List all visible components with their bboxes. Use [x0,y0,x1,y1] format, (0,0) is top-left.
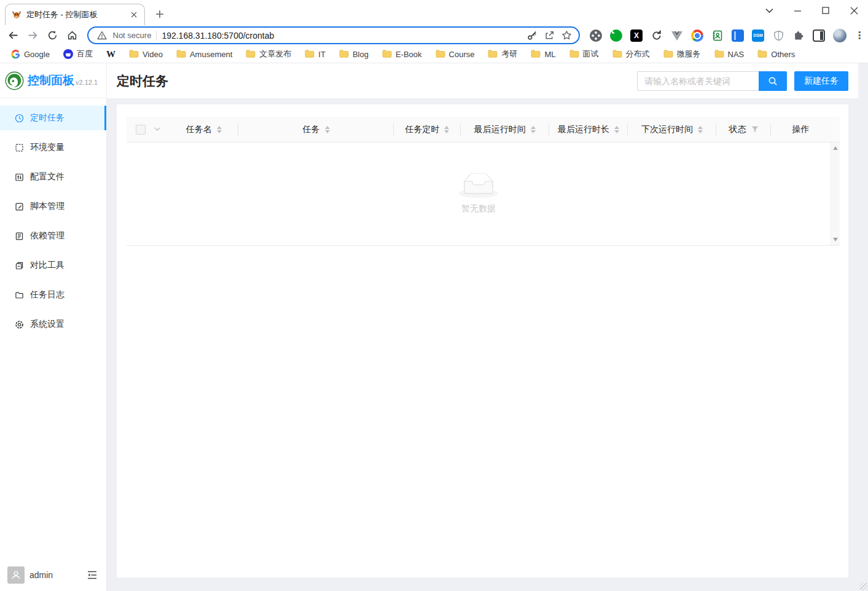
folder-icon [531,49,541,60]
sort-caret-icon[interactable] [325,126,330,133]
bookmark-folder-nas[interactable]: NAS [710,47,749,61]
url-text[interactable]: 192.168.31.180:5700/crontab [162,31,521,41]
shield-extension-icon[interactable] [772,29,784,42]
window-minimize-button[interactable] [783,0,811,21]
media-extension-icon[interactable] [590,29,602,42]
bookmark-folder-video[interactable]: Video [124,47,168,61]
extensions-puzzle-icon[interactable] [792,29,805,42]
sidebar-item-dependencies[interactable]: 依赖管理 [0,224,106,248]
bookmark-folder-ml[interactable]: ML [526,47,560,61]
bookmark-baidu[interactable]: 百度 [58,47,98,61]
bookmark-star-icon[interactable] [560,29,573,42]
forward-icon[interactable] [25,27,42,44]
header-scrollbar-spacer [831,117,840,142]
side-panel-icon[interactable] [813,29,825,42]
search-input[interactable] [637,71,759,91]
window-maximize-button[interactable] [811,0,840,21]
evernote-extension-icon[interactable] [610,29,622,42]
window-close-button[interactable] [840,0,868,21]
scrollbar-down-arrow-icon[interactable] [833,238,838,241]
back-icon[interactable] [5,27,22,44]
bookmark-folder-article[interactable]: 文章发布 [241,47,296,61]
scrollbar-up-arrow-icon[interactable] [833,146,838,150]
vue-extension-icon[interactable] [671,29,683,42]
home-icon[interactable] [64,27,81,44]
not-secure-warning-icon[interactable] [96,29,108,42]
sidebar-item-scripts[interactable]: 脚本管理 [0,194,106,219]
column-header-status[interactable]: 状态 [716,117,771,142]
sort-caret-icon[interactable] [531,126,536,133]
bookmark-label: 文章发布 [259,49,291,60]
password-key-icon[interactable] [526,29,538,42]
sidebar-menu: 定时任务 环境变量 配置文件 脚本管理 依赖管理 [0,106,106,337]
diff-files-icon [15,261,24,270]
chrome-extension-icon[interactable] [691,29,703,42]
reload-icon[interactable] [44,27,61,44]
tab-close-icon[interactable] [128,9,139,20]
sidebar-item-logs[interactable]: 任务日志 [0,283,106,307]
sidebar-item-label: 配置文件 [30,171,65,182]
bookmark-folder-it[interactable]: IT [300,47,330,61]
sidebar-item-settings[interactable]: 系统设置 [0,312,106,337]
bookmark-folder-others[interactable]: Others [753,47,800,61]
browser-menu-kebab-icon[interactable]: ⋮ [854,29,863,41]
create-task-button[interactable]: 新建任务 [794,71,848,91]
gear-icon [15,320,24,329]
x-extension-icon[interactable]: X [630,29,643,42]
select-all-checkbox[interactable] [136,125,146,135]
bookmark-folder-distributed[interactable]: 分布式 [608,47,655,61]
bookmark-label: IT [318,50,326,59]
page-title: 定时任务 [117,72,637,90]
bookmark-manager-extension-icon[interactable] [732,29,744,42]
sidebar-item-label: 依赖管理 [30,230,65,241]
address-bar[interactable]: Not secure 192.168.31.180:5700/crontab [87,26,581,44]
sort-caret-icon[interactable] [614,126,619,133]
column-header-task-name[interactable]: 任务名 [169,117,238,142]
table-vertical-scrollbar[interactable] [831,143,840,245]
bookmark-folder-amusement[interactable]: Amusement [171,47,237,61]
column-header-last-run-time[interactable]: 最后运行时间 [461,117,549,142]
sort-caret-icon[interactable] [217,126,222,133]
window-resize-grip[interactable] [860,583,867,590]
menu-fold-icon[interactable] [87,571,97,579]
search-button[interactable] [759,71,787,91]
sidebar-item-config[interactable]: 配置文件 [0,165,106,189]
filter-funnel-icon[interactable] [751,126,759,133]
sidebar-item-env[interactable]: 环境变量 [0,135,106,160]
selection-dropdown-chevron-icon[interactable] [154,127,160,131]
bookmark-folder-microservice[interactable]: 微服务 [659,47,706,61]
window-controls [755,0,868,21]
bookmark-label: E-Book [396,50,422,59]
dsm-extension-icon[interactable]: DSM [752,29,764,42]
sidebar-item-diff[interactable]: 对比工具 [0,253,106,278]
column-label: 任务名 [186,124,212,135]
column-header-last-run-duration[interactable]: 最后运行时长 [549,117,628,142]
select-all-cell [127,117,169,142]
tab-search-chevron-icon[interactable] [755,0,783,21]
search-group [637,71,787,91]
bookmark-label: Course [449,50,475,59]
sort-caret-icon[interactable] [698,126,703,133]
bookmark-label: 面试 [583,49,599,60]
contacts-extension-icon[interactable] [711,29,724,42]
column-header-schedule[interactable]: 任务定时 [394,117,461,142]
bookmark-folder-course[interactable]: Course [431,47,480,61]
sort-caret-icon[interactable] [444,126,449,133]
column-header-task[interactable]: 任务 [238,117,394,142]
bookmark-wikipedia[interactable]: W [101,47,120,61]
browser-tab[interactable]: 定时任务 - 控制面板 [5,4,145,25]
new-tab-button[interactable] [151,6,168,23]
bookmark-folder-interview[interactable]: 面试 [565,47,604,61]
bookmark-folder-blog[interactable]: Blog [334,47,373,61]
bookmark-folder-ebook[interactable]: E-Book [377,47,427,61]
sync-extension-icon[interactable] [651,29,663,42]
column-header-next-run-time[interactable]: 下次运行时间 [628,117,716,142]
share-icon[interactable] [543,29,555,42]
bookmark-folder-kaoyan[interactable]: 考研 [483,47,522,61]
sidebar-item-crontab[interactable]: 定时任务 [0,106,106,130]
sliders-icon [15,173,24,182]
bookmark-google[interactable]: Google [6,48,55,61]
profile-avatar[interactable] [833,29,846,42]
url-divider [156,31,157,41]
tab-favicon-ox-icon [12,10,22,20]
